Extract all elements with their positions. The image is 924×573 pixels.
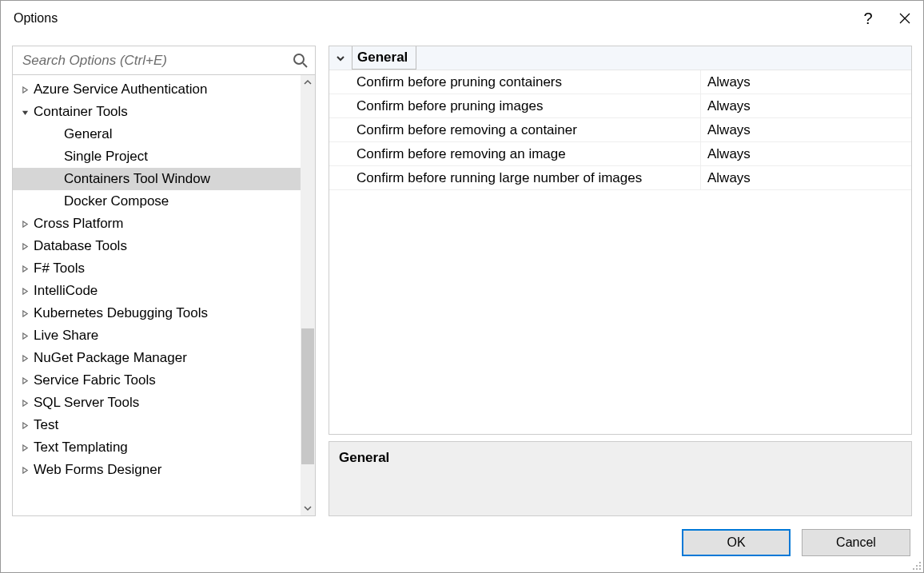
tree-item[interactable]: Container Tools	[13, 101, 301, 123]
close-icon	[899, 13, 910, 24]
propgrid-row[interactable]: Confirm before removing a containerAlway…	[329, 118, 911, 142]
tree-item[interactable]: Test	[13, 414, 301, 436]
chevron-right-icon[interactable]	[19, 422, 30, 429]
chevron-right-icon[interactable]	[19, 467, 30, 474]
resize-grip-icon	[910, 559, 922, 571]
left-panel: Azure Service AuthenticationContainer To…	[12, 46, 316, 516]
tree-item-label: Live Share	[34, 328, 98, 344]
cancel-button[interactable]: Cancel	[802, 529, 910, 556]
tree-item-label: Single Project	[64, 149, 148, 165]
tree-item-label: IntelliCode	[34, 283, 98, 299]
scroll-track[interactable]	[301, 90, 315, 501]
tree-item-label: Web Forms Designer	[34, 462, 161, 478]
propgrid-prop-name: Confirm before removing an image	[329, 142, 701, 165]
propgrid-prop-name: Confirm before running large number of i…	[329, 166, 701, 189]
svg-point-6	[919, 565, 921, 567]
ok-button[interactable]: OK	[682, 529, 791, 556]
svg-point-8	[916, 568, 918, 570]
tree-item[interactable]: IntelliCode	[13, 280, 301, 302]
content-area: Azure Service AuthenticationContainer To…	[1, 36, 923, 516]
tree-item[interactable]: Docker Compose	[13, 190, 301, 213]
tree-item-label: F# Tools	[34, 261, 85, 277]
chevron-right-icon[interactable]	[19, 243, 30, 250]
svg-point-2	[294, 54, 304, 64]
tree-item[interactable]: Database Tools	[13, 235, 301, 257]
chevron-right-icon[interactable]	[19, 444, 30, 452]
options-dialog: Options ? Azure Service AuthenticationCo…	[0, 0, 924, 573]
chevron-down-icon	[304, 504, 312, 512]
property-grid: GeneralConfirm before pruning containers…	[329, 46, 912, 435]
chevron-right-icon[interactable]	[19, 288, 30, 295]
propgrid-row[interactable]: Confirm before pruning containersAlways	[329, 70, 911, 94]
search-input[interactable]	[21, 52, 293, 70]
chevron-down-icon[interactable]	[19, 109, 30, 116]
tree-item-label: Service Fabric Tools	[34, 372, 156, 388]
tree-item[interactable]: NuGet Package Manager	[13, 347, 301, 369]
description-panel: General	[329, 441, 912, 516]
help-button[interactable]: ?	[850, 1, 886, 36]
tree-item[interactable]: General	[13, 123, 301, 145]
titlebar: Options ?	[1, 1, 923, 36]
svg-point-5	[916, 565, 918, 567]
svg-point-4	[919, 562, 921, 563]
tree-item[interactable]: Single Project	[13, 145, 301, 168]
tree-item[interactable]: Live Share	[13, 324, 301, 347]
search-icon	[293, 53, 309, 69]
chevron-right-icon[interactable]	[19, 265, 30, 273]
tree-item-label: Azure Service Authentication	[34, 82, 207, 97]
svg-point-9	[919, 568, 921, 570]
propgrid-prop-value[interactable]: Always	[701, 142, 911, 165]
propgrid-prop-value[interactable]: Always	[701, 94, 911, 117]
propgrid-row[interactable]: Confirm before pruning imagesAlways	[329, 94, 911, 118]
tree-item-label: Cross Platform	[34, 216, 123, 232]
propgrid-row[interactable]: Confirm before running large number of i…	[329, 166, 911, 190]
tree-item-label: Container Tools	[34, 104, 128, 120]
chevron-right-icon[interactable]	[19, 221, 30, 228]
tree-item-label: SQL Server Tools	[34, 395, 139, 411]
chevron-right-icon[interactable]	[19, 310, 30, 317]
propgrid-prop-name: Confirm before removing a container	[329, 118, 701, 141]
tree-item[interactable]: Service Fabric Tools	[13, 369, 301, 392]
propgrid-prop-name: Confirm before pruning containers	[329, 70, 701, 94]
tree-item[interactable]: Text Templating	[13, 436, 301, 459]
resize-grip[interactable]	[910, 559, 922, 571]
propgrid-category-row[interactable]: General	[329, 46, 911, 70]
chevron-right-icon[interactable]	[19, 332, 30, 340]
propgrid-prop-value[interactable]: Always	[701, 166, 911, 189]
scroll-down-button[interactable]	[301, 501, 315, 515]
tree-item[interactable]: Kubernetes Debugging Tools	[13, 302, 301, 324]
propgrid-prop-value[interactable]: Always	[701, 70, 911, 94]
chevron-right-icon[interactable]	[19, 377, 30, 384]
tree-item[interactable]: Cross Platform	[13, 213, 301, 235]
propgrid-prop-name: Confirm before pruning images	[329, 94, 701, 117]
chevron-down-icon[interactable]	[329, 54, 352, 63]
tree-item-label: Kubernetes Debugging Tools	[34, 305, 208, 321]
tree-item-label: Test	[34, 417, 58, 433]
tree-item[interactable]: F# Tools	[13, 257, 301, 280]
tree-wrap: Azure Service AuthenticationContainer To…	[13, 75, 315, 515]
tree-item-label: NuGet Package Manager	[34, 350, 187, 366]
window-title: Options	[14, 11, 850, 26]
chevron-right-icon[interactable]	[19, 86, 30, 94]
options-tree: Azure Service AuthenticationContainer To…	[13, 75, 301, 515]
tree-item-label: Database Tools	[34, 238, 127, 254]
close-button[interactable]	[886, 1, 923, 36]
search-row	[13, 46, 315, 75]
tree-scrollbar[interactable]	[301, 75, 315, 515]
tree-item-label: Docker Compose	[64, 193, 169, 209]
chevron-up-icon	[304, 78, 312, 86]
propgrid-row[interactable]: Confirm before removing an imageAlways	[329, 142, 911, 166]
chevron-right-icon[interactable]	[19, 400, 30, 407]
scroll-thumb[interactable]	[301, 328, 314, 464]
tree-item[interactable]: Containers Tool Window	[13, 168, 301, 190]
tree-item-label: General	[64, 126, 112, 142]
tree-item[interactable]: SQL Server Tools	[13, 392, 301, 414]
tree-item-label: Containers Tool Window	[64, 171, 210, 187]
propgrid-prop-value[interactable]: Always	[701, 118, 911, 141]
dialog-footer: OK Cancel	[1, 516, 923, 572]
chevron-right-icon[interactable]	[19, 355, 30, 362]
scroll-up-button[interactable]	[301, 75, 315, 90]
tree-item-label: Text Templating	[34, 440, 128, 456]
tree-item[interactable]: Azure Service Authentication	[13, 78, 301, 101]
tree-item[interactable]: Web Forms Designer	[13, 459, 301, 481]
